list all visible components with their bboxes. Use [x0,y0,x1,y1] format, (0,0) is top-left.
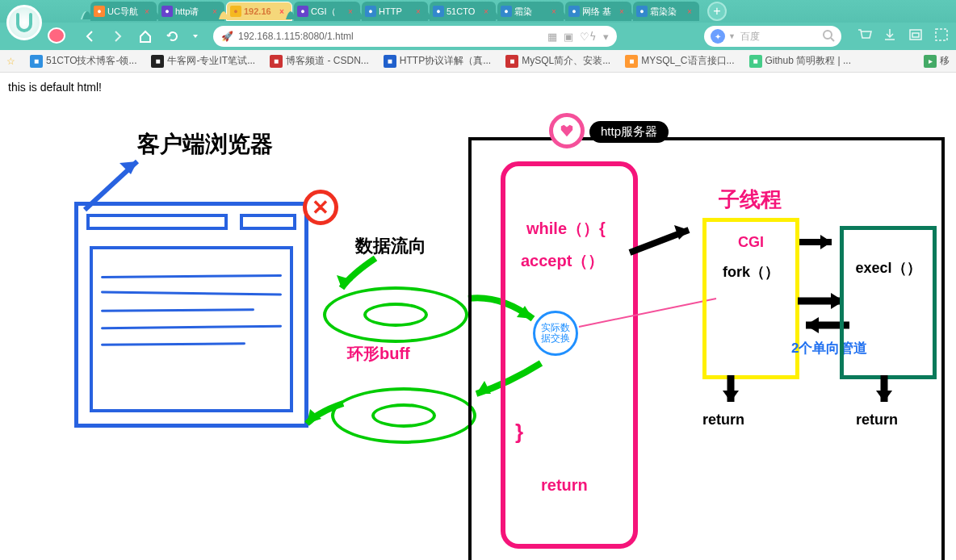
toolbar: 🚀 192.168.1.115:8080/1.html ▦ ▣ ♡ϟ ▾ ✦ ▼… [0,23,956,50]
ring-buffer-inner-1 [363,303,428,327]
search-bar[interactable]: ✦ ▼ 百度 [704,26,841,47]
window-icon[interactable] [908,27,924,46]
bookmark-5[interactable]: ■MYSQL_C语言接口... [625,54,734,68]
architecture-diagram: 客户端浏览器 ✕ 数据流向 环形buff http服务器 [65,113,953,560]
svg-rect-3 [910,30,921,40]
tab-3[interactable]: ●CGI（× [294,2,360,21]
bookmark-2[interactable]: ■博客频道 - CSDN... [270,54,369,68]
heart-pin-icon [549,113,585,148]
child-return-label: return [702,412,744,428]
bookmark-favicon: ■ [151,55,164,68]
bookmark-favicon: ■ [384,55,396,68]
tools-dropdown-icon[interactable]: ▾ [603,31,609,43]
back-button[interactable] [81,27,100,46]
tab-label: HTTP [379,6,402,16]
bookmark-3[interactable]: ■HTTP协议详解（真... [384,54,491,68]
ring-buffer-inner-2 [371,403,436,428]
browser-logo-area [3,2,76,48]
url-bar[interactable]: 🚀 192.168.1.115:8080/1.html ▦ ▣ ♡ϟ ▾ [213,26,617,47]
loop-return-label: return [541,476,588,495]
cart-icon[interactable] [856,27,872,46]
tab-label: 霜染 [514,6,532,18]
arrow-to-exec-icon [795,230,844,254]
browser-window-drawing [74,202,308,428]
bookmarks-bar: ☆ ■51CTO技术博客-领...■牛客网-专业IT笔试...■博客频道 - C… [0,50,956,73]
bookmark-favicon: ■ [625,55,638,68]
execl-label: execl（） [841,258,935,278]
tab-2[interactable]: ●192.16× [226,2,292,21]
extension-icon[interactable]: ▣ [564,31,573,43]
tab-close-icon[interactable]: × [685,6,694,16]
bookmark-favicon: ■ [749,55,762,68]
home-button[interactable] [136,27,155,46]
tab-4[interactable]: ●HTTP× [362,2,428,21]
bookmark-label: HTTP协议详解（真... [400,54,491,68]
ring-buff-label: 环形buff [347,343,410,365]
svg-point-2 [824,31,832,39]
tab-favicon: ● [297,6,308,17]
tab-favicon: ● [433,6,444,17]
child-thread-title: 子线程 [719,186,782,214]
tab-5[interactable]: ●51CTO× [430,2,496,21]
bookmark-favicon: ■ [30,55,43,68]
tab-favicon: ● [230,6,241,17]
bookmark-4[interactable]: ■MySQL简介、安装... [505,54,610,68]
tab-label: 霜染染 [650,6,677,18]
tab-favicon: ● [365,6,376,17]
child-return-arrow-icon [719,371,743,412]
search-icon[interactable] [822,29,835,44]
reload-button[interactable] [163,27,182,46]
bookmark-favicon: ■ [270,55,283,68]
server-badge: http服务器 [589,121,669,143]
forward-button[interactable] [108,27,128,46]
svg-rect-5 [936,29,947,40]
download-icon[interactable] [882,27,898,46]
tab-label: 51CTO [447,6,475,16]
uc-logo-icon [6,5,42,40]
tab-1[interactable]: ●http请× [158,2,224,21]
bookmark-0[interactable]: ■51CTO技术博客-领... [30,54,136,68]
bookmark-6[interactable]: ■Github 简明教程 | ... [749,54,851,68]
green-arrow-left-icon [295,395,359,436]
bookmark-label: MYSQL_C语言接口... [641,54,734,68]
reload-dropdown[interactable] [186,27,205,46]
bookmark-star-icon[interactable]: ☆ [6,56,15,67]
tab-label: 192.16 [244,6,271,16]
tab-6[interactable]: ●霜染× [497,2,564,21]
tab-label: http请 [175,6,199,18]
svg-rect-4 [912,33,919,37]
data-exchange-circle: 实际数 据交换 [533,311,578,356]
bookmark-label: Github 简明教程 | ... [765,54,851,68]
flash-icon[interactable]: ♡ϟ [580,31,597,43]
arrow-to-child-icon [626,222,707,258]
close-icon-drawing: ✕ [303,190,338,225]
qr-icon[interactable]: ▦ [547,31,557,43]
bookmark-1[interactable]: ■牛客网-专业IT笔试... [151,54,255,68]
rocket-icon: 🚀 [221,31,233,42]
baidu-paw-icon: ✦ [711,29,725,44]
tab-0[interactable]: ●UC导航× [90,2,157,21]
tab-8[interactable]: ●霜染染× [633,2,699,21]
bookmark-label: 博客频道 - CSDN... [286,54,369,68]
tab-favicon: ● [161,6,173,17]
exec-return-arrow-icon [872,371,896,412]
exec-return-label: return [856,412,898,428]
search-placeholder: 百度 [740,30,760,44]
tab-7[interactable]: ●网络 基× [565,2,631,21]
url-text: 192.168.1.115:8080/1.html [238,31,354,42]
close-brace-label: } [515,420,523,445]
tab-label: CGI（ [311,6,336,18]
bookmark-label: MySQL简介、安装... [522,54,610,68]
tab-label: UC导航 [107,6,138,18]
search-dropdown-icon[interactable]: ▼ [728,32,736,40]
client-title: 客户端浏览器 [137,129,273,160]
pink-line-icon [575,295,720,335]
while-label: while（）{ [526,218,606,240]
page-text: this is default html! [8,81,948,94]
tab-favicon: ● [94,6,105,17]
new-tab-button[interactable]: + [707,2,727,21]
accept-label: accept（） [521,250,604,272]
bookmarks-overflow[interactable]: ▸ 移 [924,54,950,68]
tab-favicon: ● [636,6,648,17]
fullscreen-icon[interactable] [933,27,950,46]
